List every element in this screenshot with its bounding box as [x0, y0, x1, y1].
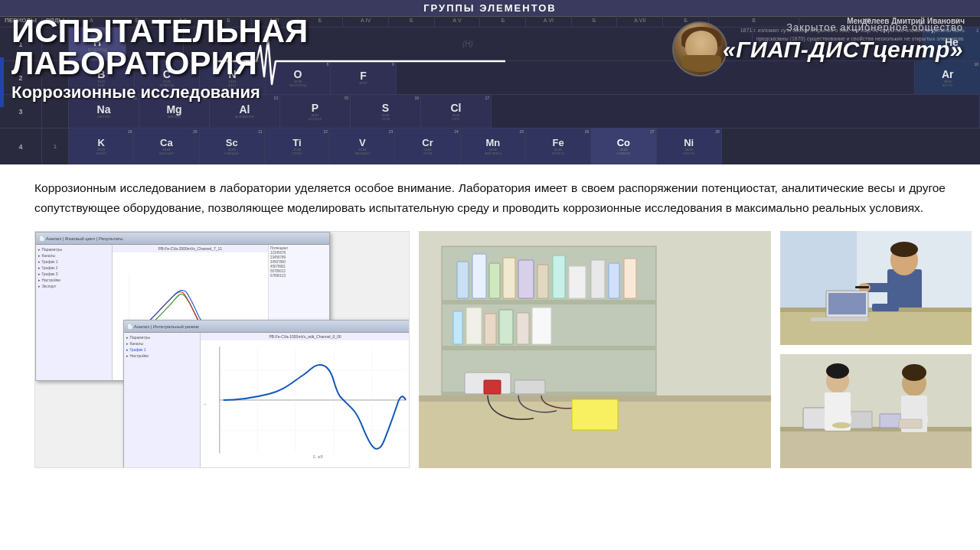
svg-rect-26 [609, 263, 619, 298]
sw-sidebar-front: ▸ Параметры ▸ Каналы ▸ График 1 ▸ Настро… [124, 333, 201, 468]
main-title: ИСПЫТАТЕЛЬНАЯ ЛАБОРАТОРИЯ [11, 15, 308, 80]
header-section: ГРУППЫ ЭЛЕМЕНТОВ ПЕРИОДЫ РЯДЫ А Б А II Б… [0, 0, 980, 164]
svg-rect-28 [453, 311, 462, 344]
svg-rect-31 [499, 310, 513, 344]
svg-rect-61 [880, 414, 901, 428]
element-Ti: 22 Ti 47,90 ТИТАН [265, 129, 330, 164]
element-Ar: 18 Ar 39,95 АРГОН [915, 61, 980, 94]
svg-rect-23 [553, 255, 565, 298]
element-Fe: 26 Fe 55,85 ЖЕЛЕЗО [526, 129, 591, 164]
sub-title: Коррозионные исследования [11, 83, 308, 103]
person2-photo [780, 354, 972, 468]
svg-rect-30 [485, 314, 496, 344]
svg-rect-18 [472, 254, 486, 298]
content-area: Коррозионным исследованием в лаборатории… [0, 164, 980, 550]
element-Sc: 21 Sc 44,96 СКАНДИЙ [200, 129, 265, 164]
software-screenshot: 📄 Анализ | Фазовый цикл | Результаты ▸ П… [34, 231, 410, 468]
element-Mn: 25 Mn 54,94 МАРГАНЕЦ [461, 129, 526, 164]
person1-photo [780, 231, 972, 345]
sw-main-front: PB-Fe-CVa-1000mVs_edit_Channel_0_00 [201, 333, 410, 468]
svg-rect-71 [899, 419, 922, 428]
svg-rect-20 [503, 258, 515, 298]
element-V: 23 V 50,94 ВАНАДИЙ [330, 129, 395, 164]
sw-titlebar-front: 📄 Анализ | Интегральный режим [124, 321, 410, 333]
svg-rect-38 [572, 399, 618, 430]
company-branding: Закрытое акционерное общество «ГИАП-ДИСТ… [723, 21, 963, 63]
svg-rect-25 [591, 260, 605, 298]
svg-rect-29 [466, 308, 482, 344]
person2-svg [780, 354, 972, 468]
element-Cr: 24 Cr 52,00 ХРОМ [395, 129, 460, 164]
sw-sidebar-back: ▸ Параметры ▸ Каналы ▸ График 1 ▸ График… [36, 245, 113, 380]
svg-point-66 [902, 364, 926, 381]
chart-svg-front: E, мВ I [201, 340, 410, 459]
svg-rect-37 [514, 380, 545, 394]
images-row: 📄 Анализ | Фазовый цикл | Результаты ▸ П… [34, 231, 946, 468]
svg-text:E, мВ: E, мВ [313, 456, 323, 460]
company-name: «ГИАП-ДИСТцентр» [723, 37, 963, 63]
main-title-area: ИСПЫТАТЕЛЬНАЯ ЛАБОРАТОРИЯ Коррозионные и… [11, 15, 308, 103]
svg-rect-33 [532, 308, 551, 344]
svg-rect-57 [780, 427, 972, 468]
left-accent-bar [0, 57, 4, 107]
company-subtitle: Закрытое акционерное общество [723, 21, 963, 33]
sw-window-front: 📄 Анализ | Интегральный режим ▸ Параметр… [123, 320, 410, 468]
lab-svg [419, 231, 771, 468]
svg-rect-14 [442, 300, 656, 304]
element-Ni: 28 Ni 58,69 НИКЕЛЬ [657, 129, 722, 164]
lab-photo [419, 231, 771, 468]
mendeleev-portrait [672, 21, 727, 76]
svg-point-70 [832, 422, 851, 428]
portrait-beard [681, 55, 721, 72]
svg-rect-27 [624, 259, 636, 298]
svg-rect-52 [828, 293, 866, 314]
svg-rect-17 [457, 262, 469, 298]
element-Ca: 20 Ca 40,08 КАЛЬЦИЙ [134, 129, 199, 164]
element-K: 19 K 39,10 КАЛИЙ [69, 129, 134, 164]
svg-rect-49 [780, 308, 972, 345]
svg-text:I: I [204, 404, 207, 405]
svg-rect-32 [517, 313, 529, 344]
svg-rect-39 [484, 380, 501, 394]
right-photos-col [780, 231, 972, 468]
person1-svg [780, 231, 972, 345]
svg-rect-53 [811, 317, 868, 321]
svg-rect-48 [855, 286, 869, 288]
sw-content-front: ▸ Параметры ▸ Каналы ▸ График 1 ▸ Настро… [124, 333, 410, 468]
element-Co: 27 Co 58,93 КОБАЛЬТ [591, 129, 656, 164]
svg-point-63 [826, 363, 849, 379]
svg-rect-24 [569, 266, 586, 298]
description-paragraph: Коррозионным исследованием в лаборатории… [34, 178, 946, 217]
svg-rect-68 [832, 415, 851, 423]
svg-rect-54 [872, 304, 899, 311]
svg-rect-21 [518, 260, 534, 298]
sw-titlebar-back: 📄 Анализ | Фазовый цикл | Результаты [36, 233, 329, 245]
svg-point-45 [890, 242, 918, 257]
svg-rect-22 [537, 265, 548, 298]
svg-rect-15 [442, 346, 656, 350]
svg-rect-19 [489, 263, 500, 298]
